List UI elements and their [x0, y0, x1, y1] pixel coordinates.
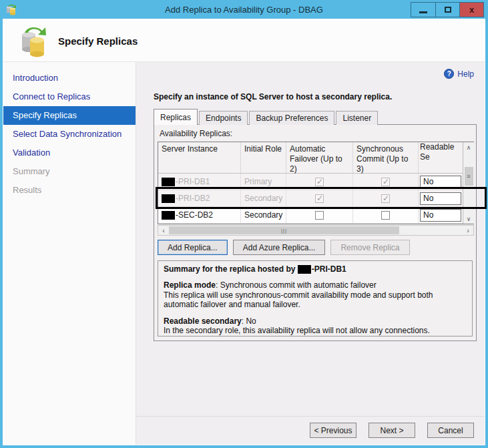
availability-replicas-label: Availability Replicas: [160, 129, 232, 138]
col-automatic-failover: Automatic Failover (Up to 2) [286, 142, 353, 173]
sidebar-item-validation[interactable]: Validation [3, 144, 136, 162]
server-instance-value: -PRI-DB1 [176, 177, 210, 186]
col-readable-secondary: Readable Se [419, 142, 463, 173]
server-instance-value: -SEC-DB2 [176, 210, 213, 220]
readable-secondary-value: : No [242, 316, 256, 326]
table-row[interactable]: -PRI-DB2 Secondary No [158, 190, 463, 207]
sidebar-item-introduction[interactable]: Introduction [3, 69, 136, 87]
cancel-button[interactable]: Cancel [427, 423, 474, 438]
close-icon: x [469, 5, 474, 15]
automatic-failover-checkbox[interactable] [315, 211, 324, 220]
automatic-failover-checkbox [315, 194, 324, 203]
redacted-server-prefix [298, 265, 311, 274]
replica-mode-description: This replica will use synchronous-commit… [164, 290, 467, 310]
col-server-instance: Server Instance [158, 142, 241, 173]
tab-endpoints[interactable]: Endpoints [199, 111, 248, 125]
sidebar-item-connect-to-replicas[interactable]: Connect to Replicas [3, 87, 136, 106]
maximize-icon [445, 7, 451, 13]
previous-button[interactable]: < Previous [310, 423, 356, 438]
close-button[interactable]: x [459, 3, 483, 17]
grid-header-row: Server Instance Initial Role Automatic F… [158, 142, 463, 174]
help-label: Help [457, 69, 474, 79]
sidebar-item-select-data-synchronization[interactable]: Select Data Synchronization [3, 125, 136, 144]
summary-title-server: -PRI-DB1 [312, 264, 346, 274]
tab-replicas[interactable]: Replicas [154, 109, 198, 125]
help-link[interactable]: ? Help [444, 69, 474, 79]
vertical-scrollbar[interactable]: ∧ ≡ ∨ [463, 142, 474, 224]
help-icon: ? [444, 69, 454, 79]
tab-bar: Replicas Endpoints Backup Preferences Li… [154, 109, 379, 125]
main-content: ? Help Specify an instance of SQL Server… [136, 62, 485, 445]
tab-backup-preferences[interactable]: Backup Preferences [249, 111, 334, 125]
table-row[interactable]: -PRI-DB1 Primary No [158, 174, 463, 190]
page-title: Specify Replicas [58, 35, 138, 47]
minimize-button[interactable] [411, 3, 435, 17]
scroll-up-icon[interactable]: ∧ [463, 142, 475, 152]
sidebar-item-summary: Summary [3, 162, 136, 181]
minimize-icon [419, 11, 427, 13]
automatic-failover-checkbox [315, 178, 324, 186]
add-azure-replica-button[interactable]: Add Azure Replica... [233, 240, 326, 255]
window-controls: x [411, 2, 484, 17]
replica-mode-value: : Synchronous commit with automatic fail… [216, 280, 377, 290]
wizard-steps-sidebar: Introduction Connect to Replicas Specify… [3, 62, 136, 445]
summary-title: Summary for the replica hosted by [164, 264, 295, 274]
wizard-header: Specify Replicas [3, 19, 485, 62]
redacted-server-prefix [162, 178, 175, 186]
initial-role-value: Secondary [241, 190, 286, 206]
replica-mode-label: Replica mode [164, 280, 216, 290]
readable-secondary-dropdown[interactable]: No [420, 209, 461, 222]
initial-role-value: Primary [241, 174, 286, 190]
readable-secondary-dropdown[interactable]: No [420, 176, 461, 188]
readable-secondary-description: In the secondary role, this availability… [164, 326, 467, 335]
footer-buttons: < Previous Next > Cancel [310, 423, 474, 438]
horizontal-scrollbar[interactable]: ‹ ||| › [158, 225, 474, 236]
replica-actions: Add Replica... Add Azure Replica... Remo… [158, 240, 410, 255]
sidebar-item-specify-replicas[interactable]: Specify Replicas [3, 106, 136, 125]
col-synchronous-commit: Synchronous Commit (Up to 3) [353, 142, 419, 173]
vertical-scroll-thumb[interactable]: ≡ [465, 167, 473, 186]
replica-database-icon [17, 24, 51, 59]
synchronous-commit-checkbox [381, 178, 390, 186]
readable-secondary-dropdown[interactable]: No [420, 192, 461, 205]
add-replica-button[interactable]: Add Replica... [158, 240, 228, 255]
horizontal-scroll-thumb[interactable]: ||| [169, 226, 399, 234]
synchronous-commit-checkbox [381, 194, 390, 203]
server-instance-value: -PRI-DB2 [176, 194, 210, 203]
title-bar: Add Replica to Availability Group - DBAG… [0, 0, 488, 19]
redacted-server-prefix [162, 211, 175, 220]
redacted-server-prefix [162, 194, 175, 203]
footer-divider [136, 416, 485, 417]
instruction-text: Specify an instance of SQL Server to hos… [154, 92, 392, 101]
readable-secondary-label: Readable secondary [164, 316, 242, 326]
scroll-down-icon[interactable]: ∨ [463, 214, 475, 224]
tab-listener[interactable]: Listener [336, 111, 378, 125]
remove-replica-button: Remove Replica [330, 240, 409, 255]
sidebar-item-results: Results [3, 181, 136, 200]
scroll-right-icon[interactable]: › [463, 226, 473, 235]
replicas-tab-panel: Availability Replicas: Server Instance I… [154, 124, 477, 341]
scroll-left-icon[interactable]: ‹ [158, 226, 169, 235]
availability-replicas-grid: Server Instance Initial Role Automatic F… [158, 142, 474, 224]
next-button[interactable]: Next > [369, 423, 415, 438]
maximize-button[interactable] [435, 3, 459, 17]
synchronous-commit-checkbox[interactable] [381, 211, 390, 220]
col-initial-role: Initial Role [241, 142, 286, 173]
wizard-dialog: Specify Replicas Introduction Connect to… [3, 19, 485, 445]
table-row-selected[interactable]: -SEC-DB2 Secondary No [158, 207, 463, 224]
initial-role-value: Secondary [241, 207, 286, 223]
replica-summary-box: Summary for the replica hosted by -PRI-D… [158, 260, 473, 337]
